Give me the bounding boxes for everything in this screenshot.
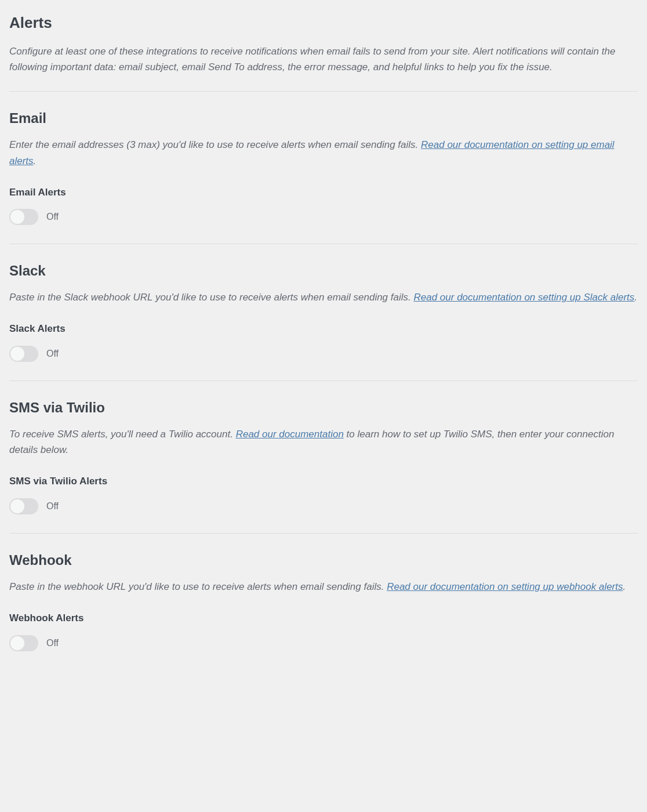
email-alerts-label: Email Alerts: [9, 185, 638, 200]
email-desc-after: .: [34, 155, 37, 166]
sms-description: To receive SMS alerts, you'll need a Twi…: [9, 426, 638, 458]
email-section: Email Enter the email addresses (3 max) …: [9, 108, 638, 225]
divider: [9, 533, 638, 534]
sms-toggle-state: Off: [46, 499, 59, 513]
webhook-title: Webhook: [9, 550, 638, 571]
slack-toggle-state: Off: [46, 347, 59, 361]
divider: [9, 380, 638, 381]
email-alerts-toggle-row: Off: [9, 209, 638, 225]
sms-alerts-label: SMS via Twilio Alerts: [9, 474, 638, 489]
webhook-alerts-label: Webhook Alerts: [9, 611, 638, 626]
alerts-header-section: Alerts Configure at least one of these i…: [9, 12, 638, 75]
slack-desc-after: .: [634, 292, 637, 303]
email-toggle-state: Off: [46, 210, 59, 224]
sms-alerts-toggle-row: Off: [9, 498, 638, 514]
slack-alerts-toggle-row: Off: [9, 346, 638, 362]
webhook-alerts-toggle[interactable]: [9, 635, 38, 651]
email-title: Email: [9, 108, 638, 129]
toggle-knob: [10, 499, 24, 513]
slack-doc-link[interactable]: Read our documentation on setting up Sla…: [413, 292, 634, 303]
alerts-title: Alerts: [9, 12, 638, 34]
sms-section: SMS via Twilio To receive SMS alerts, yo…: [9, 397, 638, 514]
webhook-description: Paste in the webhook URL you'd like to u…: [9, 579, 638, 594]
slack-title: Slack: [9, 260, 638, 281]
email-desc-before: Enter the email addresses (3 max) you'd …: [9, 139, 421, 150]
toggle-knob: [10, 636, 24, 650]
webhook-doc-link[interactable]: Read our documentation on setting up web…: [387, 581, 623, 592]
slack-alerts-label: Slack Alerts: [9, 321, 638, 336]
slack-alerts-toggle[interactable]: [9, 346, 38, 362]
sms-alerts-toggle[interactable]: [9, 498, 38, 514]
sms-desc-before: To receive SMS alerts, you'll need a Twi…: [9, 429, 236, 440]
slack-description: Paste in the Slack webhook URL you'd lik…: [9, 289, 638, 305]
webhook-toggle-state: Off: [46, 636, 59, 650]
alerts-description: Configure at least one of these integrat…: [9, 44, 638, 75]
divider: [9, 244, 638, 244]
webhook-desc-after: .: [623, 581, 626, 592]
slack-desc-before: Paste in the Slack webhook URL you'd lik…: [9, 292, 413, 303]
sms-title: SMS via Twilio: [9, 397, 638, 418]
webhook-desc-before: Paste in the webhook URL you'd like to u…: [9, 581, 387, 592]
email-description: Enter the email addresses (3 max) you'd …: [9, 137, 638, 168]
toggle-knob: [10, 210, 24, 224]
slack-section: Slack Paste in the Slack webhook URL you…: [9, 260, 638, 362]
divider: [9, 91, 638, 92]
webhook-section: Webhook Paste in the webhook URL you'd l…: [9, 550, 638, 651]
sms-doc-link[interactable]: Read our documentation: [236, 429, 344, 440]
email-alerts-toggle[interactable]: [9, 209, 38, 225]
toggle-knob: [10, 347, 24, 361]
webhook-alerts-toggle-row: Off: [9, 635, 638, 651]
